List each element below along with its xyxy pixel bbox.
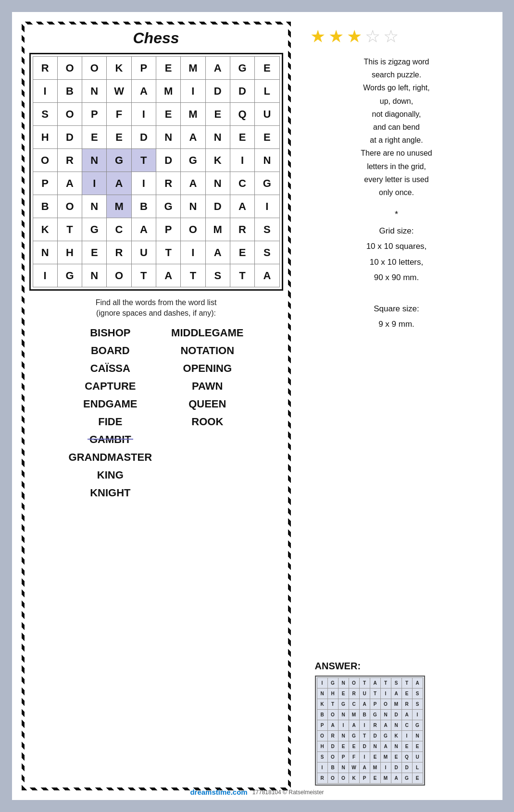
grid-cell-0-0[interactable]: R [33, 57, 57, 80]
grid-cell-3-7[interactable]: N [205, 126, 230, 149]
grid-cell-7-7[interactable]: M [205, 218, 230, 241]
grid-cell-6-3[interactable]: M [107, 195, 131, 218]
grid-cell-1-7[interactable]: D [205, 80, 230, 103]
grid-cell-1-1[interactable]: B [57, 80, 82, 103]
grid-cell-7-3[interactable]: C [107, 218, 131, 241]
grid-cell-2-2[interactable]: P [82, 103, 107, 126]
grid-cell-0-6[interactable]: M [181, 57, 205, 80]
grid-cell-8-2[interactable]: E [82, 241, 107, 264]
grid-cell-9-2[interactable]: N [82, 264, 107, 287]
grid-cell-0-5[interactable]: E [156, 57, 180, 80]
grid-cell-4-5[interactable]: D [156, 149, 180, 172]
grid-cell-9-6[interactable]: T [181, 264, 205, 287]
grid-cell-0-4[interactable]: P [131, 57, 156, 80]
grid-cell-9-9[interactable]: A [255, 264, 279, 287]
grid-cell-4-6[interactable]: G [181, 149, 205, 172]
grid-cell-5-9[interactable]: G [255, 172, 279, 195]
grid-cell-2-5[interactable]: E [156, 103, 180, 126]
grid-cell-2-0[interactable]: S [33, 103, 57, 126]
grid-cell-5-0[interactable]: P [33, 172, 57, 195]
grid-cell-0-1[interactable]: O [57, 57, 82, 80]
grid-cell-2-9[interactable]: U [255, 103, 279, 126]
grid-cell-0-8[interactable]: G [230, 57, 254, 80]
grid-cell-3-8[interactable]: E [230, 126, 254, 149]
grid-cell-8-7[interactable]: A [205, 241, 230, 264]
grid-cell-8-1[interactable]: H [57, 241, 82, 264]
grid-cell-9-5[interactable]: A [156, 264, 180, 287]
grid-cell-2-6[interactable]: M [181, 103, 205, 126]
grid-cell-1-8[interactable]: D [230, 80, 254, 103]
grid-cell-2-7[interactable]: E [205, 103, 230, 126]
grid-cell-4-1[interactable]: R [57, 149, 82, 172]
grid-cell-5-3[interactable]: A [107, 172, 131, 195]
grid-cell-4-7[interactable]: K [205, 149, 230, 172]
grid-cell-3-1[interactable]: D [57, 126, 82, 149]
grid-cell-2-8[interactable]: Q [230, 103, 254, 126]
grid-cell-1-2[interactable]: N [82, 80, 107, 103]
grid-cell-6-4[interactable]: B [131, 195, 156, 218]
grid-cell-8-9[interactable]: S [255, 241, 279, 264]
grid-cell-9-0[interactable]: I [33, 264, 57, 287]
grid-cell-6-5[interactable]: G [156, 195, 180, 218]
grid-cell-7-2[interactable]: G [82, 218, 107, 241]
grid-cell-7-4[interactable]: A [131, 218, 156, 241]
grid-cell-5-8[interactable]: C [230, 172, 254, 195]
grid-cell-8-0[interactable]: N [33, 241, 57, 264]
grid-cell-4-2[interactable]: N [82, 149, 107, 172]
grid-cell-5-2[interactable]: I [82, 172, 107, 195]
grid-cell-0-3[interactable]: K [107, 57, 131, 80]
grid-cell-5-4[interactable]: I [131, 172, 156, 195]
grid-cell-3-9[interactable]: E [255, 126, 279, 149]
grid-cell-3-0[interactable]: H [33, 126, 57, 149]
grid-cell-1-4[interactable]: A [131, 80, 156, 103]
grid-cell-7-1[interactable]: T [57, 218, 82, 241]
grid-cell-1-0[interactable]: I [33, 80, 57, 103]
grid-cell-2-4[interactable]: I [131, 103, 156, 126]
grid-cell-1-9[interactable]: L [255, 80, 279, 103]
grid-cell-3-6[interactable]: A [181, 126, 205, 149]
grid-cell-3-2[interactable]: E [82, 126, 107, 149]
grid-cell-8-3[interactable]: R [107, 241, 131, 264]
grid-cell-0-9[interactable]: E [255, 57, 279, 80]
grid-cell-7-8[interactable]: R [230, 218, 254, 241]
grid-cell-2-1[interactable]: O [57, 103, 82, 126]
grid-cell-6-1[interactable]: O [57, 195, 82, 218]
grid-cell-6-0[interactable]: B [33, 195, 57, 218]
grid-cell-8-5[interactable]: T [156, 241, 180, 264]
grid-cell-4-3[interactable]: G [107, 149, 131, 172]
grid-cell-9-1[interactable]: G [57, 264, 82, 287]
grid-cell-6-6[interactable]: N [181, 195, 205, 218]
grid-cell-8-8[interactable]: E [230, 241, 254, 264]
grid-cell-1-3[interactable]: W [107, 80, 131, 103]
grid-cell-7-0[interactable]: K [33, 218, 57, 241]
grid-cell-4-8[interactable]: I [230, 149, 254, 172]
grid-cell-9-7[interactable]: S [205, 264, 230, 287]
grid-cell-5-6[interactable]: A [181, 172, 205, 195]
grid-cell-9-8[interactable]: T [230, 264, 254, 287]
grid-cell-9-3[interactable]: O [107, 264, 131, 287]
grid-cell-7-5[interactable]: P [156, 218, 180, 241]
grid-cell-3-5[interactable]: N [156, 126, 180, 149]
grid-cell-4-0[interactable]: O [33, 149, 57, 172]
grid-cell-0-7[interactable]: A [205, 57, 230, 80]
grid-cell-0-2[interactable]: O [82, 57, 107, 80]
grid-cell-5-1[interactable]: A [57, 172, 82, 195]
grid-cell-5-7[interactable]: N [205, 172, 230, 195]
grid-cell-4-4[interactable]: T [131, 149, 156, 172]
grid-cell-1-6[interactable]: I [181, 80, 205, 103]
grid-cell-6-2[interactable]: N [82, 195, 107, 218]
grid-cell-2-3[interactable]: F [107, 103, 131, 126]
grid-cell-7-9[interactable]: S [255, 218, 279, 241]
grid-cell-9-4[interactable]: T [131, 264, 156, 287]
grid-cell-6-7[interactable]: D [205, 195, 230, 218]
grid-cell-4-9[interactable]: N [255, 149, 279, 172]
grid-cell-8-4[interactable]: U [131, 241, 156, 264]
grid-cell-3-4[interactable]: D [131, 126, 156, 149]
grid-cell-1-5[interactable]: M [156, 80, 180, 103]
grid-cell-3-3[interactable]: E [107, 126, 131, 149]
grid-cell-6-8[interactable]: A [230, 195, 254, 218]
grid-cell-6-9[interactable]: I [255, 195, 279, 218]
grid-cell-5-5[interactable]: R [156, 172, 180, 195]
grid-cell-8-6[interactable]: I [181, 241, 205, 264]
grid-cell-7-6[interactable]: O [181, 218, 205, 241]
